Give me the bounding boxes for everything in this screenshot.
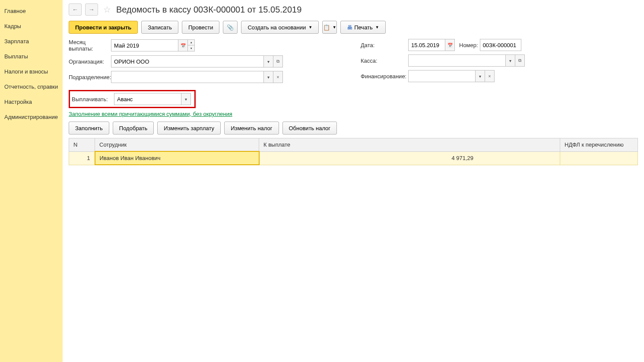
dept-label: Подразделение:: [69, 74, 111, 80]
cell-pay[interactable]: 4 971,29: [259, 151, 560, 165]
col-header-employee[interactable]: Сотрудник: [95, 138, 259, 152]
post-button[interactable]: Провести: [182, 21, 220, 34]
chevron-down-icon: ▼: [308, 25, 312, 29]
kassa-input[interactable]: [408, 54, 506, 67]
org-input[interactable]: [111, 55, 264, 67]
main-content: ← → ☆ Ведомость в кассу 00ЗК-000001 от 1…: [63, 0, 644, 362]
org-dropdown-button[interactable]: ▾: [264, 55, 273, 67]
org-label: Организация:: [69, 58, 111, 65]
save-button[interactable]: Записать: [141, 21, 178, 34]
printer-icon: 🖶: [347, 24, 352, 31]
attach-button[interactable]: 📎: [223, 21, 238, 34]
pay-type-dropdown-button[interactable]: ▾: [181, 93, 191, 105]
date-calendar-button[interactable]: 📅: [445, 39, 455, 51]
paperclip-icon: 📎: [227, 24, 234, 31]
pay-type-label: Выплачивать:: [72, 96, 114, 103]
cell-n[interactable]: 1: [69, 151, 95, 165]
month-label: Месяц выплаты:: [69, 39, 111, 52]
date-label: Дата:: [361, 42, 408, 48]
fin-clear-button[interactable]: ×: [485, 70, 495, 82]
change-salary-button[interactable]: Изменить зарплату: [157, 122, 221, 135]
sidebar-item-taxes[interactable]: Налоги и взносы: [0, 64, 63, 79]
fin-label: Финансирование:: [361, 73, 408, 80]
dept-dropdown-button[interactable]: ▾: [264, 71, 273, 83]
sidebar-item-admin[interactable]: Администрирование: [0, 109, 63, 125]
sidebar-item-main[interactable]: Главное: [0, 3, 63, 19]
kassa-open-button[interactable]: ⧉: [515, 54, 525, 67]
month-input[interactable]: [111, 39, 178, 51]
table-row[interactable]: 1 Иванов Иван Иванович 4 971,29: [69, 151, 638, 165]
chevron-down-icon: ▼: [333, 25, 336, 29]
kassa-dropdown-button[interactable]: ▾: [506, 54, 515, 67]
table-toolbar: Заполнить Подобрать Изменить зарплату Из…: [69, 122, 638, 135]
cell-ndfl[interactable]: [560, 151, 638, 165]
org-open-button[interactable]: ⧉: [273, 55, 283, 67]
header: ← → ☆ Ведомость в кассу 00ЗК-000001 от 1…: [69, 3, 638, 16]
nav-forward-button[interactable]: →: [85, 3, 98, 16]
col-header-n[interactable]: N: [69, 138, 95, 152]
employee-table: N Сотрудник К выплате НДФЛ к перечислени…: [69, 138, 638, 165]
print-button[interactable]: 🖶 Печать▼: [340, 21, 386, 34]
col-header-pay[interactable]: К выплате: [259, 138, 560, 152]
chevron-down-icon: ▼: [375, 25, 379, 29]
fin-input[interactable]: [408, 70, 476, 82]
sidebar-item-hr[interactable]: Кадры: [0, 19, 63, 34]
main-toolbar: Провести и закрыть Записать Провести 📎 С…: [69, 21, 638, 34]
number-input[interactable]: [480, 39, 521, 51]
pay-type-highlight: Выплачивать: ▾: [69, 90, 196, 108]
month-up-button[interactable]: ▴: [188, 39, 195, 45]
dept-clear-button[interactable]: ×: [273, 71, 283, 83]
fin-dropdown-button[interactable]: ▾: [476, 70, 485, 82]
create-based-on-button[interactable]: Создать на основании▼: [241, 21, 319, 34]
cell-employee[interactable]: Иванов Иван Иванович: [95, 151, 259, 165]
sidebar-item-payments[interactable]: Выплаты: [0, 49, 63, 64]
change-tax-button[interactable]: Изменить налог: [224, 122, 279, 135]
page-title: Ведомость в кассу 00ЗК-000001 от 15.05.2…: [116, 5, 301, 15]
number-label: Номер:: [459, 42, 480, 48]
fill-button[interactable]: Заполнить: [69, 122, 109, 135]
pay-type-input[interactable]: [114, 93, 181, 105]
favorite-star-icon[interactable]: ☆: [102, 4, 113, 15]
sidebar-item-salary[interactable]: Зарплата: [0, 34, 63, 49]
table-header-row: N Сотрудник К выплате НДФЛ к перечислени…: [69, 138, 638, 152]
related-button[interactable]: 📋▼: [322, 21, 337, 34]
fill-mode-link[interactable]: Заполнение всеми причитающимися суммами,…: [69, 111, 232, 117]
col-header-ndfl[interactable]: НДФЛ к перечислению: [560, 138, 638, 152]
date-input[interactable]: [408, 39, 445, 51]
nav-back-button[interactable]: ←: [69, 3, 82, 16]
post-and-close-button[interactable]: Провести и закрыть: [69, 21, 138, 34]
dept-input[interactable]: [111, 71, 264, 83]
sidebar-item-settings[interactable]: Настройка: [0, 94, 63, 109]
form-area: Месяц выплаты: 📅 ▴ ▾ Организация: ▾ ⧉: [69, 39, 638, 86]
update-tax-button[interactable]: Обновить налог: [282, 122, 337, 135]
calendar-button[interactable]: 📅: [178, 39, 188, 51]
sidebar: Главное Кадры Зарплата Выплаты Налоги и …: [0, 0, 63, 362]
month-down-button[interactable]: ▾: [188, 45, 195, 51]
kassa-label: Касса:: [361, 58, 408, 64]
sidebar-item-reports[interactable]: Отчетность, справки: [0, 79, 63, 94]
pick-button[interactable]: Подобрать: [113, 122, 154, 135]
